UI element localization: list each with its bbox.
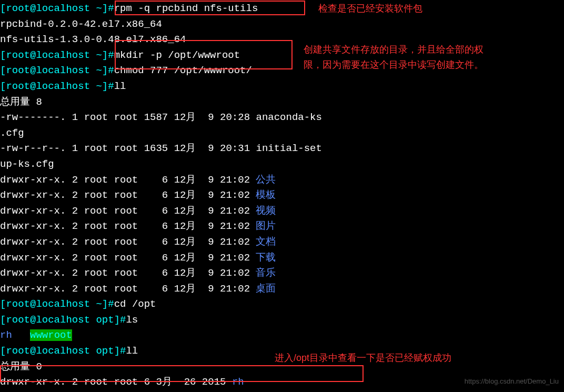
output-line: drwxr-xr-x. 2 root root 6 12月 9 21:02 视频 xyxy=(0,204,564,219)
output-line: drwxr-xr-x. 2 root root 6 12月 9 21:02 桌面 xyxy=(0,282,564,297)
dir-permissions: drwxr-xr-x. 2 root root 6 12月 9 21:02 xyxy=(0,220,256,232)
command-text: cd /opt xyxy=(114,298,156,310)
output-line: drwxr-xr-x. 2 root root 6 12月 9 21:02 音乐 xyxy=(0,266,564,282)
command-text: ll xyxy=(114,81,126,92)
dir-name-highlighted: wwwroot xyxy=(30,329,72,341)
prompt-suffix: ]# xyxy=(114,314,126,326)
dir-name: 公共 xyxy=(256,174,276,186)
prompt-userhost: root@localhost xyxy=(6,65,90,76)
watermark-text: https://blog.csdn.net/Demo_Liu xyxy=(465,376,559,387)
output-line: drwxr-xr-x. 2 root root 6 12月 9 21:02 模板 xyxy=(0,188,564,204)
prompt-userhost: root@localhost xyxy=(6,3,90,14)
dir-permissions: drwxr-xr-x. 2 root root 6 12月 9 21:02 xyxy=(0,174,256,186)
output-line: -rw-r--r--. 1 root root 1635 12月 9 20:31… xyxy=(0,141,564,157)
terminal-line[interactable]: [root@localhost opt]#ls xyxy=(0,313,564,328)
prompt-path: ~ xyxy=(90,298,102,310)
output-line: drwxr-xr-x. 2 root root 6 12月 9 21:02 下载 xyxy=(0,250,564,266)
output-line: -rw-------. 1 root root 1587 12月 9 20:28… xyxy=(0,110,564,126)
command-text: ls xyxy=(126,314,138,326)
dir-permissions: drwxr-xr-x. 2 root root 6 3月 26 2015 xyxy=(0,376,232,388)
dir-name: 桌面 xyxy=(256,283,276,295)
dir-name: 模板 xyxy=(256,189,276,201)
dir-name: 图片 xyxy=(256,220,276,232)
annotation-text: 检查是否已经安装软件包 xyxy=(318,1,422,16)
prompt-path: ~ xyxy=(90,49,102,61)
prompt-bracket: [ xyxy=(0,3,6,14)
command-text: ll xyxy=(126,345,138,357)
command-text: rpm -q rpcbind nfs-utils xyxy=(114,3,258,14)
prompt-bracket: [ xyxy=(0,298,6,310)
prompt-suffix: ]# xyxy=(102,65,114,76)
output-line: up-ks.cfg xyxy=(0,157,564,173)
dir-permissions: drwxr-xr-x. 2 root root 6 12月 9 21:02 xyxy=(0,205,256,217)
dir-name: rh xyxy=(0,329,12,341)
prompt-userhost: root@localhost xyxy=(6,298,90,310)
prompt-bracket: [ xyxy=(0,65,6,76)
prompt-userhost: root@localhost xyxy=(6,314,90,326)
dir-name: 音乐 xyxy=(256,267,276,279)
prompt-suffix: ]# xyxy=(102,3,114,14)
prompt-suffix: ]# xyxy=(102,49,114,61)
dir-permissions: drwxr-xr-x. 2 root root 6 12月 9 21:02 xyxy=(0,189,256,201)
output-line: drwxr-xr-x. 2 root root 6 12月 9 21:02 图片 xyxy=(0,219,564,235)
dir-name: 下载 xyxy=(256,252,276,264)
spacer xyxy=(12,329,30,341)
terminal-line[interactable]: [root@localhost ~]#rpm -q rpcbind nfs-ut… xyxy=(0,1,564,17)
prompt-bracket: [ xyxy=(0,345,6,357)
dir-name: 视频 xyxy=(256,205,276,217)
terminal-line[interactable]: [root@localhost ~]#cd /opt xyxy=(0,297,564,313)
prompt-userhost: root@localhost xyxy=(6,345,90,357)
dir-name: 文档 xyxy=(256,236,276,248)
prompt-bracket: [ xyxy=(0,314,6,326)
output-line: 总用量 8 xyxy=(0,95,564,110)
annotation-text: 创建共享文件存放的目录，并且给全部的权限，因为需要在这个目录中读写创建文件。 xyxy=(304,42,484,73)
prompt-suffix: ]# xyxy=(114,345,126,357)
terminal-line[interactable]: [root@localhost ~]#ll xyxy=(0,79,564,95)
dir-permissions: drwxr-xr-x. 2 root root 6 12月 9 21:02 xyxy=(0,236,256,248)
prompt-path: ~ xyxy=(90,65,102,76)
dir-name: rh xyxy=(232,376,244,388)
prompt-userhost: root@localhost xyxy=(6,81,90,92)
output-line: drwxr-xr-x. 2 root root 6 12月 9 21:02 文档 xyxy=(0,235,564,250)
annotation-text: 进入/opt目录中查看一下是否已经赋权成功 xyxy=(275,350,451,365)
prompt-path: ~ xyxy=(90,3,102,14)
prompt-path: ~ xyxy=(90,81,102,92)
prompt-bracket: [ xyxy=(0,49,6,61)
prompt-path: opt xyxy=(90,314,114,326)
output-line: rpcbind-0.2.0-42.el7.x86_64 xyxy=(0,17,564,33)
dir-permissions: drwxr-xr-x. 2 root root 6 12月 9 21:02 xyxy=(0,267,256,279)
command-text: mkdir -p /opt/wwwroot xyxy=(114,49,240,61)
prompt-suffix: ]# xyxy=(102,81,114,92)
prompt-suffix: ]# xyxy=(102,298,114,310)
output-line: drwxr-xr-x. 2 root root 6 12月 9 21:02 公共 xyxy=(0,173,564,188)
dir-permissions: drwxr-xr-x. 2 root root 6 12月 9 21:02 xyxy=(0,252,256,264)
dir-permissions: drwxr-xr-x. 2 root root 6 12月 9 21:02 xyxy=(0,283,256,295)
output-line: .cfg xyxy=(0,126,564,142)
command-text: chmod 777 /opt/wwwroot/ xyxy=(114,65,252,76)
prompt-path: opt xyxy=(90,345,114,357)
prompt-userhost: root@localhost xyxy=(6,49,90,61)
prompt-bracket: [ xyxy=(0,81,6,92)
output-line: rh wwwroot xyxy=(0,328,564,344)
